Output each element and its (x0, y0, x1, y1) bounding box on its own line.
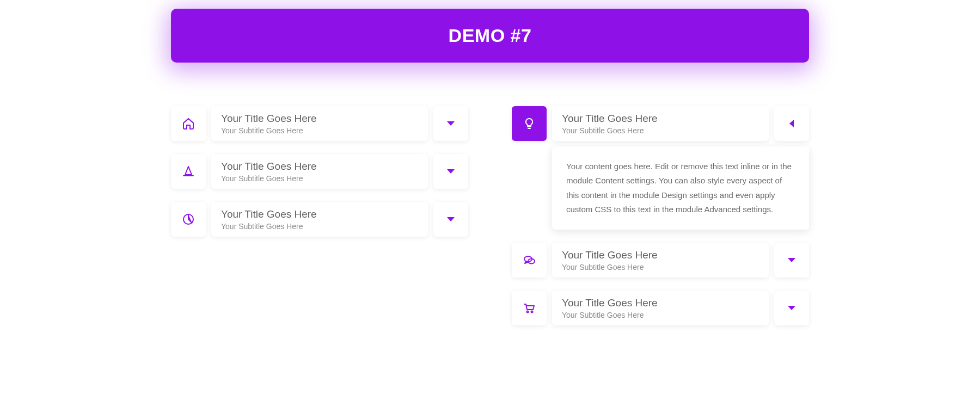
accordion-title-box: Your Title Goes Here Your Subtitle Goes … (552, 106, 769, 141)
accordion-subtitle: Your Subtitle Goes Here (562, 263, 759, 272)
accordion-toggle[interactable] (433, 154, 468, 189)
lightbulb-icon (512, 106, 547, 141)
accordion-item: Your Title Goes Here Your Subtitle Goes … (171, 106, 468, 141)
accordion-title: Your Title Goes Here (562, 297, 759, 310)
accordion-title-box: Your Title Goes Here Your Subtitle Goes … (211, 106, 428, 141)
accordion-header[interactable]: Your Title Goes Here Your Subtitle Goes … (512, 291, 809, 325)
cart-icon (512, 291, 547, 325)
cone-icon (171, 154, 206, 189)
accordion-title-box: Your Title Goes Here Your Subtitle Goes … (211, 202, 428, 237)
caret-down-icon (788, 258, 795, 262)
accordion-subtitle: Your Subtitle Goes Here (562, 311, 759, 319)
accordion-subtitle: Your Subtitle Goes Here (221, 222, 418, 231)
hero-banner: DEMO #7 (171, 9, 809, 63)
accordion-title-box: Your Title Goes Here Your Subtitle Goes … (552, 243, 769, 278)
hero-title: DEMO #7 (449, 25, 532, 46)
svg-point-3 (527, 311, 529, 313)
pie-chart-icon (171, 202, 206, 237)
accordion-subtitle: Your Subtitle Goes Here (562, 126, 759, 135)
home-icon (171, 106, 206, 141)
caret-down-icon (447, 169, 455, 174)
accordion-title-box: Your Title Goes Here Your Subtitle Goes … (552, 291, 769, 325)
right-column: Your Title Goes Here Your Subtitle Goes … (512, 106, 809, 325)
accordion-header[interactable]: Your Title Goes Here Your Subtitle Goes … (171, 154, 468, 189)
caret-down-icon (788, 306, 795, 310)
accordion-toggle[interactable] (433, 202, 468, 237)
accordion-columns: Your Title Goes Here Your Subtitle Goes … (171, 106, 809, 325)
caret-down-icon (447, 121, 455, 126)
accordion-toggle[interactable] (774, 106, 809, 141)
accordion-toggle[interactable] (433, 106, 468, 141)
accordion-header[interactable]: Your Title Goes Here Your Subtitle Goes … (512, 106, 809, 141)
accordion-title: Your Title Goes Here (221, 160, 418, 174)
accordion-title: Your Title Goes Here (562, 249, 759, 262)
accordion-header[interactable]: Your Title Goes Here Your Subtitle Goes … (171, 106, 468, 141)
accordion-subtitle: Your Subtitle Goes Here (221, 174, 418, 183)
accordion-item: Your Title Goes Here Your Subtitle Goes … (512, 291, 809, 325)
accordion-title: Your Title Goes Here (221, 112, 418, 126)
accordion-item: Your Title Goes Here Your Subtitle Goes … (171, 154, 468, 189)
accordion-header[interactable]: Your Title Goes Here Your Subtitle Goes … (512, 243, 809, 278)
accordion-title: Your Title Goes Here (562, 112, 759, 126)
accordion-header[interactable]: Your Title Goes Here Your Subtitle Goes … (171, 202, 468, 237)
accordion-title-box: Your Title Goes Here Your Subtitle Goes … (211, 154, 428, 189)
chat-icon (512, 243, 547, 278)
caret-down-icon (447, 217, 455, 221)
accordion-item: Your Title Goes Here Your Subtitle Goes … (171, 202, 468, 237)
left-column: Your Title Goes Here Your Subtitle Goes … (171, 106, 468, 325)
accordion-item: Your Title Goes Here Your Subtitle Goes … (512, 106, 809, 230)
accordion-item: Your Title Goes Here Your Subtitle Goes … (512, 243, 809, 278)
svg-point-4 (531, 311, 533, 313)
accordion-subtitle: Your Subtitle Goes Here (221, 126, 418, 135)
accordion-content: Your content goes here. Edit or remove t… (552, 146, 809, 230)
accordion-title: Your Title Goes Here (221, 208, 418, 221)
caret-left-icon (789, 120, 794, 127)
accordion-toggle[interactable] (774, 291, 809, 325)
accordion-toggle[interactable] (774, 243, 809, 278)
